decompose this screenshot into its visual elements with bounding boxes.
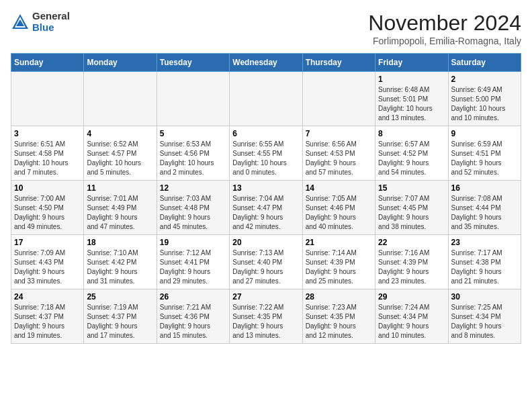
calendar-cell: 29Sunrise: 7:24 AMSunset: 4:34 PMDayligh… xyxy=(375,289,448,344)
day-number: 30 xyxy=(451,292,518,302)
day-info: Sunrise: 6:51 AMSunset: 4:58 PMDaylight:… xyxy=(14,140,81,177)
day-info: Sunrise: 7:19 AMSunset: 4:37 PMDaylight:… xyxy=(87,303,153,340)
week-row-4: 17Sunrise: 7:09 AMSunset: 4:43 PMDayligh… xyxy=(11,235,521,289)
day-info: Sunrise: 7:04 AMSunset: 4:47 PMDaylight:… xyxy=(232,194,299,232)
day-number: 17 xyxy=(14,238,81,247)
day-info: Sunrise: 7:09 AMSunset: 4:43 PMDaylight:… xyxy=(14,248,81,286)
day-info: Sunrise: 7:03 AMSunset: 4:48 PMDaylight:… xyxy=(160,194,226,232)
day-number: 16 xyxy=(451,183,518,193)
calendar-cell xyxy=(230,72,302,126)
calendar-cell xyxy=(302,72,375,126)
calendar-cell xyxy=(11,72,84,126)
day-info: Sunrise: 6:48 AMSunset: 5:01 PMDaylight:… xyxy=(378,85,445,123)
day-info: Sunrise: 7:10 AMSunset: 4:42 PMDaylight:… xyxy=(87,248,153,286)
calendar-cell: 2Sunrise: 6:49 AMSunset: 5:00 PMDaylight… xyxy=(448,72,521,126)
day-info: Sunrise: 7:18 AMSunset: 4:37 PMDaylight:… xyxy=(14,303,81,340)
day-number: 11 xyxy=(87,183,153,193)
calendar-cell: 17Sunrise: 7:09 AMSunset: 4:43 PMDayligh… xyxy=(11,235,84,289)
calendar-cell: 5Sunrise: 6:53 AMSunset: 4:56 PMDaylight… xyxy=(157,126,229,181)
calendar-cell xyxy=(157,72,229,126)
day-header-friday: Friday xyxy=(375,54,448,72)
calendar-cell: 3Sunrise: 6:51 AMSunset: 4:58 PMDaylight… xyxy=(11,126,84,181)
day-info: Sunrise: 7:01 AMSunset: 4:49 PMDaylight:… xyxy=(87,194,153,232)
title-area: November 2024 Forlimpopoli, Emilia-Romag… xyxy=(368,11,521,46)
day-header-wednesday: Wednesday xyxy=(230,54,302,72)
day-number: 5 xyxy=(160,129,226,138)
calendar-cell: 7Sunrise: 6:56 AMSunset: 4:53 PMDaylight… xyxy=(302,126,375,181)
day-info: Sunrise: 6:55 AMSunset: 4:55 PMDaylight:… xyxy=(232,140,299,177)
calendar-cell: 26Sunrise: 7:21 AMSunset: 4:36 PMDayligh… xyxy=(157,289,229,344)
page-header: General Blue November 2024 Forlimpopoli,… xyxy=(11,11,521,46)
day-number: 10 xyxy=(14,183,81,193)
day-info: Sunrise: 6:52 AMSunset: 4:57 PMDaylight:… xyxy=(87,140,153,177)
logo: General Blue xyxy=(11,11,70,33)
logo-text: General Blue xyxy=(32,11,70,33)
day-header-sunday: Sunday xyxy=(11,54,84,72)
day-info: Sunrise: 7:05 AMSunset: 4:46 PMDaylight:… xyxy=(306,194,372,232)
day-info: Sunrise: 7:24 AMSunset: 4:34 PMDaylight:… xyxy=(378,303,445,340)
day-info: Sunrise: 7:25 AMSunset: 4:34 PMDaylight:… xyxy=(451,303,518,340)
day-info: Sunrise: 7:14 AMSunset: 4:39 PMDaylight:… xyxy=(306,248,372,286)
calendar-cell: 22Sunrise: 7:16 AMSunset: 4:39 PMDayligh… xyxy=(375,235,448,289)
calendar-cell: 16Sunrise: 7:08 AMSunset: 4:44 PMDayligh… xyxy=(448,181,521,235)
day-info: Sunrise: 7:21 AMSunset: 4:36 PMDaylight:… xyxy=(160,303,226,340)
calendar-cell xyxy=(84,72,157,126)
calendar-cell: 20Sunrise: 7:13 AMSunset: 4:40 PMDayligh… xyxy=(230,235,302,289)
days-header-row: SundayMondayTuesdayWednesdayThursdayFrid… xyxy=(11,54,521,72)
day-info: Sunrise: 7:17 AMSunset: 4:38 PMDaylight:… xyxy=(451,248,518,286)
day-number: 29 xyxy=(378,292,445,302)
day-number: 25 xyxy=(87,292,153,302)
day-number: 3 xyxy=(14,129,81,138)
day-number: 27 xyxy=(232,292,299,302)
day-number: 12 xyxy=(160,183,226,193)
day-number: 24 xyxy=(14,292,81,302)
day-number: 14 xyxy=(306,183,372,193)
calendar-table: SundayMondayTuesdayWednesdayThursdayFrid… xyxy=(11,53,521,344)
calendar-cell: 23Sunrise: 7:17 AMSunset: 4:38 PMDayligh… xyxy=(448,235,521,289)
location-title: Forlimpopoli, Emilia-Romagna, Italy xyxy=(368,36,521,46)
day-info: Sunrise: 7:23 AMSunset: 4:35 PMDaylight:… xyxy=(306,303,372,340)
day-info: Sunrise: 6:49 AMSunset: 5:00 PMDaylight:… xyxy=(451,85,518,123)
calendar-cell: 18Sunrise: 7:10 AMSunset: 4:42 PMDayligh… xyxy=(84,235,157,289)
day-header-monday: Monday xyxy=(84,54,157,72)
day-number: 6 xyxy=(232,129,299,138)
day-number: 18 xyxy=(87,238,153,247)
calendar-cell: 13Sunrise: 7:04 AMSunset: 4:47 PMDayligh… xyxy=(230,181,302,235)
logo-general: General xyxy=(32,11,70,22)
calendar-cell: 21Sunrise: 7:14 AMSunset: 4:39 PMDayligh… xyxy=(302,235,375,289)
day-number: 21 xyxy=(306,238,372,247)
calendar-cell: 6Sunrise: 6:55 AMSunset: 4:55 PMDaylight… xyxy=(230,126,302,181)
day-number: 26 xyxy=(160,292,226,302)
calendar-cell: 19Sunrise: 7:12 AMSunset: 4:41 PMDayligh… xyxy=(157,235,229,289)
calendar-cell: 15Sunrise: 7:07 AMSunset: 4:45 PMDayligh… xyxy=(375,181,448,235)
day-info: Sunrise: 7:08 AMSunset: 4:44 PMDaylight:… xyxy=(451,194,518,232)
day-number: 7 xyxy=(306,129,372,138)
logo-blue: Blue xyxy=(32,22,70,34)
day-number: 23 xyxy=(451,238,518,247)
day-header-thursday: Thursday xyxy=(302,54,375,72)
day-number: 2 xyxy=(451,75,518,84)
calendar-cell: 28Sunrise: 7:23 AMSunset: 4:35 PMDayligh… xyxy=(302,289,375,344)
week-row-5: 24Sunrise: 7:18 AMSunset: 4:37 PMDayligh… xyxy=(11,289,521,344)
day-info: Sunrise: 7:00 AMSunset: 4:50 PMDaylight:… xyxy=(14,194,81,232)
calendar-cell: 11Sunrise: 7:01 AMSunset: 4:49 PMDayligh… xyxy=(84,181,157,235)
calendar-cell: 1Sunrise: 6:48 AMSunset: 5:01 PMDaylight… xyxy=(375,72,448,126)
day-number: 1 xyxy=(378,75,445,84)
calendar-cell: 30Sunrise: 7:25 AMSunset: 4:34 PMDayligh… xyxy=(448,289,521,344)
day-info: Sunrise: 6:59 AMSunset: 4:51 PMDaylight:… xyxy=(451,140,518,177)
day-header-tuesday: Tuesday xyxy=(157,54,229,72)
week-row-1: 1Sunrise: 6:48 AMSunset: 5:01 PMDaylight… xyxy=(11,72,521,126)
day-info: Sunrise: 7:13 AMSunset: 4:40 PMDaylight:… xyxy=(232,248,299,286)
day-info: Sunrise: 7:22 AMSunset: 4:35 PMDaylight:… xyxy=(232,303,299,340)
calendar-cell: 12Sunrise: 7:03 AMSunset: 4:48 PMDayligh… xyxy=(157,181,229,235)
calendar-cell: 9Sunrise: 6:59 AMSunset: 4:51 PMDaylight… xyxy=(448,126,521,181)
calendar-cell: 8Sunrise: 6:57 AMSunset: 4:52 PMDaylight… xyxy=(375,126,448,181)
calendar-cell: 14Sunrise: 7:05 AMSunset: 4:46 PMDayligh… xyxy=(302,181,375,235)
day-info: Sunrise: 7:12 AMSunset: 4:41 PMDaylight:… xyxy=(160,248,226,286)
week-row-2: 3Sunrise: 6:51 AMSunset: 4:58 PMDaylight… xyxy=(11,126,521,181)
day-number: 22 xyxy=(378,238,445,247)
week-row-3: 10Sunrise: 7:00 AMSunset: 4:50 PMDayligh… xyxy=(11,181,521,235)
calendar-cell: 10Sunrise: 7:00 AMSunset: 4:50 PMDayligh… xyxy=(11,181,84,235)
day-number: 28 xyxy=(306,292,372,302)
day-number: 19 xyxy=(160,238,226,247)
